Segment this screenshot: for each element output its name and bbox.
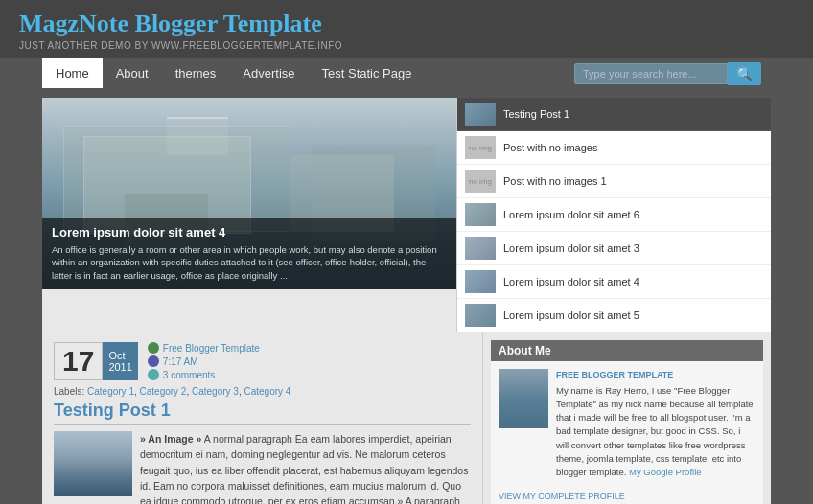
- nav-menu: Home About themes Advertise Test Static …: [42, 58, 425, 88]
- date-day: 17: [62, 347, 94, 376]
- sidebar-post-thumb-4: [465, 237, 496, 260]
- nav-item-themes[interactable]: themes: [162, 58, 230, 88]
- sidebar-post-title-6: Lorem ipsum dolor sit amet 5: [503, 309, 639, 321]
- sidebar-post-title-5: Lorem ipsum dolor sit amet 4: [503, 276, 639, 287]
- sidebar-post-thumb-5: [465, 270, 496, 293]
- sidebar-post-title-3: Lorem ipsum dolor sit amet 6: [503, 209, 639, 220]
- site-subtitle: JUST ANOTHER DEMO BY WWW.FREEBLOGGERTEMP…: [19, 40, 794, 51]
- post-meta: Free Blogger Template 7:17 AM 3 comments: [148, 342, 260, 380]
- author-link[interactable]: Free Blogger Template: [163, 343, 260, 354]
- featured-post: Lorem ipsum dolor sit amet 4 An office i…: [42, 98, 456, 289]
- sidebar-post-3[interactable]: Lorem ipsum dolor sit amet 6: [457, 198, 771, 232]
- about-avatar: [499, 369, 548, 428]
- label-cat1[interactable]: Category 1: [87, 386, 134, 397]
- sidebar-post-5[interactable]: Lorem ipsum dolor sit amet 4: [457, 265, 771, 299]
- post-title-link[interactable]: Testing Post 1: [54, 401, 171, 420]
- sidebar-posts-list: Testing Post 1 no img Post with no image…: [456, 98, 771, 332]
- sidebar-post-0[interactable]: Testing Post 1: [457, 98, 771, 131]
- sidebar-post-thumb-1: no img: [465, 136, 496, 159]
- comments-icon: [148, 369, 159, 380]
- sidebar-post-6[interactable]: Lorem ipsum dolor sit amet 5: [457, 299, 771, 332]
- sidebar-post-title-1: Post with no images: [503, 142, 597, 153]
- label-cat4[interactable]: Category 4: [244, 386, 290, 397]
- label-cat2[interactable]: Category 2: [140, 386, 187, 397]
- sidebar-post-thumb-3: [465, 203, 496, 226]
- sidebar-post-2[interactable]: no img Post with no images 1: [457, 165, 771, 198]
- post-body-bold: » An Image »: [140, 433, 201, 445]
- nav-item-about[interactable]: About: [103, 58, 162, 88]
- post-thumbnail: [54, 431, 132, 496]
- sidebar-post-thumb-2: no img: [465, 170, 496, 193]
- post-time: 7:17 AM: [163, 356, 198, 367]
- site-title: MagzNote Blogger Template: [19, 10, 794, 38]
- sidebar-post-4[interactable]: Lorem ipsum dolor sit amet 3: [457, 232, 771, 265]
- sidebar-post-title-2: Post with no images 1: [503, 175, 607, 187]
- label-cat3[interactable]: Category 3: [192, 386, 239, 397]
- date-month: Oct: [108, 350, 131, 361]
- sidebar-post-thumb-6: [465, 304, 496, 327]
- about-me-title: About Me: [491, 340, 763, 361]
- post-title-area: Testing Post 1: [54, 401, 471, 425]
- sidebar-post-thumb-0: [465, 103, 496, 126]
- sidebar-post-title-4: Lorem ipsum dolor sit amet 3: [503, 242, 639, 254]
- date-number-block: 17: [54, 342, 103, 380]
- nav-item-advertise[interactable]: Advertise: [229, 58, 308, 88]
- post-text: » An Image » A normal paragraph Ea eam l…: [140, 431, 471, 504]
- time-icon: [148, 355, 159, 367]
- date-month-year: Oct 2011: [103, 342, 137, 380]
- nav-item-home[interactable]: Home: [42, 58, 103, 88]
- about-me-widget: About Me FREE BLOGGER TEMPLATE My name i…: [491, 340, 763, 504]
- comments-link[interactable]: 3 comments: [163, 370, 215, 380]
- about-nickname: FREE BLOGGER TEMPLATE: [556, 369, 755, 382]
- sidebar-post-1[interactable]: no img Post with no images: [457, 131, 771, 165]
- view-profile-link[interactable]: VIEW MY COMPLETE PROFILE: [499, 492, 625, 501]
- about-text: FREE BLOGGER TEMPLATE My name is Ray Her…: [556, 369, 755, 479]
- post-body: » An Image » A normal paragraph Ea eam l…: [54, 431, 471, 504]
- post-labels: Labels: Category 1, Category 2, Category…: [54, 386, 471, 397]
- date-year: 2011: [108, 361, 131, 373]
- search-button[interactable]: 🔍: [728, 62, 761, 85]
- nav-item-static[interactable]: Test Static Page: [309, 58, 426, 88]
- sidebar-post-title-0: Testing Post 1: [503, 108, 569, 120]
- search-input[interactable]: [574, 63, 728, 84]
- profile-link[interactable]: My Google Profile: [629, 467, 702, 477]
- featured-title: Lorem ipsum dolor sit amet 4: [52, 225, 447, 240]
- author-icon: [148, 342, 159, 354]
- featured-description: An office is generally a room or other a…: [52, 243, 447, 282]
- search-box: 🔍: [574, 62, 761, 85]
